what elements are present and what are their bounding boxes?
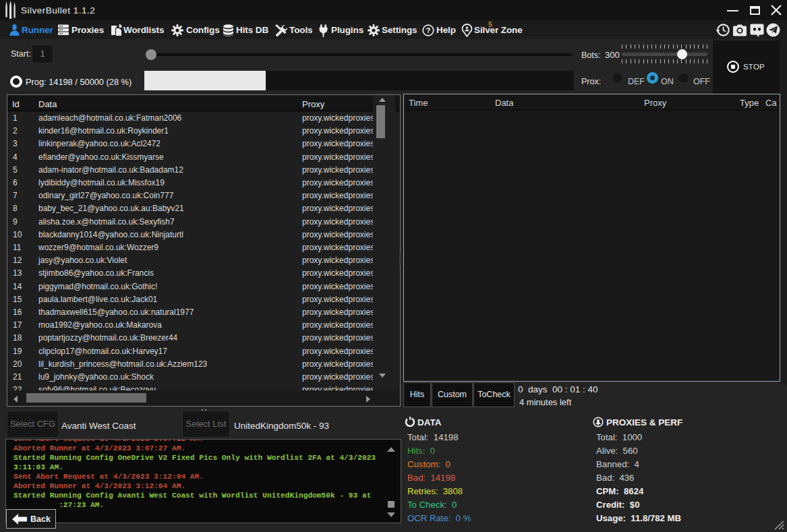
svg-text:?: ?	[426, 26, 430, 34]
